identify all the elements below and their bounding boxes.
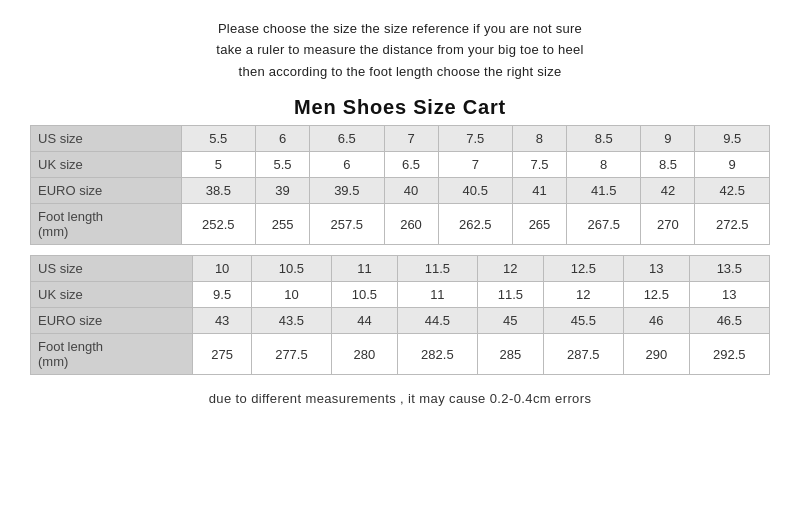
table-cell: 39 [256, 178, 310, 204]
table-cell: 255 [256, 204, 310, 245]
table-cell: 252.5 [181, 204, 255, 245]
table-cell: 42 [641, 178, 695, 204]
table-cell: 11.5 [397, 256, 477, 282]
table-cell: 270 [641, 204, 695, 245]
table-cell: 275 [193, 334, 251, 375]
table-cell: 43.5 [251, 308, 331, 334]
row-header: UK size [31, 152, 182, 178]
table-cell: 5 [181, 152, 255, 178]
table-cell: 8 [567, 152, 641, 178]
table-title: Men Shoes Size Cart [294, 96, 506, 119]
table-cell: 9 [695, 152, 770, 178]
table-cell: 45 [478, 308, 544, 334]
table-cell: 39.5 [310, 178, 384, 204]
table-cell: 272.5 [695, 204, 770, 245]
table-cell: 9.5 [193, 282, 251, 308]
table-cell: 260 [384, 204, 438, 245]
table-cell: 290 [623, 334, 689, 375]
table-cell: 265 [512, 204, 566, 245]
table-cell: 38.5 [181, 178, 255, 204]
table-cell: 44 [332, 308, 398, 334]
table-cell: 11 [397, 282, 477, 308]
table-cell: 8.5 [641, 152, 695, 178]
table-cell: 42.5 [695, 178, 770, 204]
table-cell: 287.5 [543, 334, 623, 375]
table-cell: 12 [543, 282, 623, 308]
table-cell: 40.5 [438, 178, 512, 204]
table-cell: 5.5 [256, 152, 310, 178]
table-cell: 9 [641, 126, 695, 152]
table-cell: 46.5 [689, 308, 769, 334]
table-cell: 267.5 [567, 204, 641, 245]
table-cell: 6.5 [384, 152, 438, 178]
table-cell: 40 [384, 178, 438, 204]
table-cell: 257.5 [310, 204, 384, 245]
table-cell: 282.5 [397, 334, 477, 375]
row-header: EURO size [31, 308, 193, 334]
footer-note: due to different measurements , it may c… [209, 391, 592, 406]
table-cell: 11 [332, 256, 398, 282]
row-header: US size [31, 256, 193, 282]
table-cell: 8.5 [567, 126, 641, 152]
table-cell: 41.5 [567, 178, 641, 204]
table-cell: 7 [384, 126, 438, 152]
table-cell: 12.5 [543, 256, 623, 282]
table-cell: 13 [623, 256, 689, 282]
row-header: Foot length (mm) [31, 204, 182, 245]
table-cell: 43 [193, 308, 251, 334]
table-cell: 13 [689, 282, 769, 308]
row-header: UK size [31, 282, 193, 308]
table-cell: 292.5 [689, 334, 769, 375]
table-cell: 10.5 [332, 282, 398, 308]
table-cell: 41 [512, 178, 566, 204]
table-cell: 6 [310, 152, 384, 178]
table-cell: 280 [332, 334, 398, 375]
table-cell: 46 [623, 308, 689, 334]
table-cell: 10 [251, 282, 331, 308]
table-cell: 7.5 [512, 152, 566, 178]
row-header: Foot length (mm) [31, 334, 193, 375]
table-cell: 44.5 [397, 308, 477, 334]
table-cell: 9.5 [695, 126, 770, 152]
row-header: US size [31, 126, 182, 152]
table-cell: 8 [512, 126, 566, 152]
table-cell: 11.5 [478, 282, 544, 308]
table-cell: 277.5 [251, 334, 331, 375]
row-header: EURO size [31, 178, 182, 204]
table-cell: 12.5 [623, 282, 689, 308]
table-cell: 10 [193, 256, 251, 282]
table-cell: 13.5 [689, 256, 769, 282]
table-cell: 6.5 [310, 126, 384, 152]
table-cell: 45.5 [543, 308, 623, 334]
table-cell: 7.5 [438, 126, 512, 152]
table-cell: 12 [478, 256, 544, 282]
table-cell: 262.5 [438, 204, 512, 245]
table-cell: 6 [256, 126, 310, 152]
instructions-text: Please choose the size the size referenc… [216, 18, 583, 82]
size-table-2: US size1010.51111.51212.51313.5UK size9.… [30, 255, 770, 375]
table-cell: 10.5 [251, 256, 331, 282]
table-cell: 285 [478, 334, 544, 375]
table-cell: 7 [438, 152, 512, 178]
size-table-1: US size5.566.577.588.599.5UK size55.566.… [30, 125, 770, 245]
table-cell: 5.5 [181, 126, 255, 152]
